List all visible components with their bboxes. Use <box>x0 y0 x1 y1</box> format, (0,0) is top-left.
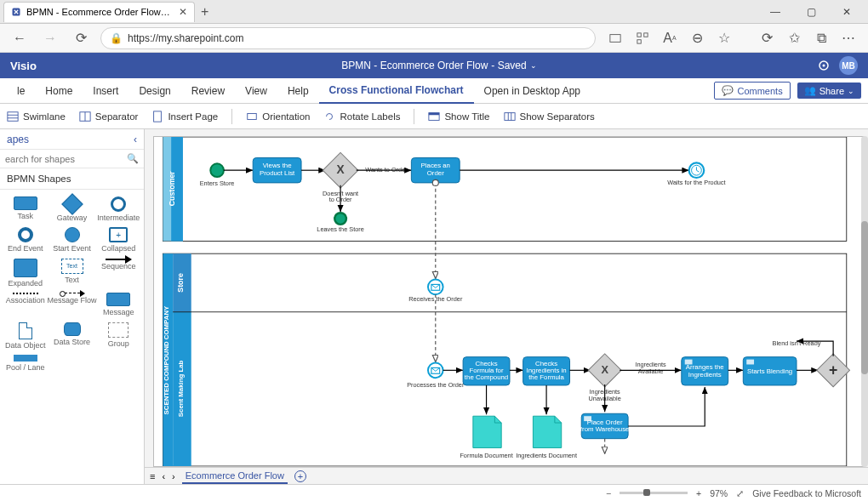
separators-icon <box>504 111 516 122</box>
svg-point-6 <box>823 65 825 67</box>
open-desktop-link[interactable]: Open in Desktop App <box>474 78 591 104</box>
gateway-ingredients[interactable]: X <box>588 354 621 387</box>
add-page-icon[interactable]: + <box>294 470 306 482</box>
list-icon[interactable]: ≡ <box>150 471 155 481</box>
svg-text:Scent Making Lab: Scent Making Lab <box>177 360 185 417</box>
window-close[interactable]: ✕ <box>829 0 865 24</box>
svg-rect-69 <box>746 360 754 365</box>
tab-help[interactable]: Help <box>277 78 319 104</box>
tab-title: BPMN - Ecommerce Order Flow… <box>26 7 170 17</box>
swimlane-button[interactable]: Swimlane <box>7 111 66 122</box>
shape-gateway[interactable]: Gateway <box>47 195 96 224</box>
collapse-icon[interactable]: ‹ <box>134 134 137 145</box>
shape-expanded[interactable]: Expanded <box>3 257 47 289</box>
show-separators-button[interactable]: Show Separators <box>504 111 595 122</box>
gear-icon[interactable] <box>817 59 831 72</box>
shape-start-event[interactable]: Start Event <box>47 225 96 254</box>
browser-tab[interactable]: BPMN - Ecommerce Order Flow… ✕ <box>3 2 195 22</box>
svg-rect-4 <box>637 39 641 43</box>
rotate-labels-button[interactable]: Rotate Labels <box>323 111 400 122</box>
gateway-parallel[interactable]: + <box>817 354 850 387</box>
svg-text:IngredientsAvailable: IngredientsAvailable <box>635 361 666 375</box>
nav-back-icon[interactable]: ← <box>9 27 31 49</box>
feedback-link[interactable]: Give Feedback to Microsoft <box>752 488 861 498</box>
fit-icon[interactable]: ⤢ <box>736 488 744 498</box>
chevron-down-icon[interactable]: ⌄ <box>530 61 537 70</box>
tab-cross-functional[interactable]: Cross Functional Flowchart <box>319 78 474 104</box>
tab-view[interactable]: View <box>235 78 277 104</box>
text-size-icon[interactable]: AA <box>659 27 681 49</box>
data-ingredients-doc[interactable] <box>533 416 561 447</box>
avatar[interactable]: MB <box>839 56 858 75</box>
insert-page-button[interactable]: Insert Page <box>151 111 218 122</box>
comments-button[interactable]: 💬 Comments <box>714 82 790 100</box>
diagram-canvas[interactable]: Customer SCENTED COMPOUND COMPANY Store … <box>153 136 865 467</box>
svg-rect-16 <box>504 112 514 120</box>
rotate-icon <box>323 111 335 122</box>
tab-file[interactable]: le <box>7 78 35 104</box>
nav-forward-icon[interactable]: → <box>39 27 61 49</box>
shape-sequence[interactable]: Sequence <box>97 257 140 289</box>
event-receives-order[interactable] <box>428 280 443 295</box>
tab-review[interactable]: Review <box>181 78 235 104</box>
shape-message[interactable]: Message <box>97 291 140 318</box>
tab-home[interactable]: Home <box>35 78 83 104</box>
search-icon[interactable]: 🔍 <box>127 153 139 164</box>
shape-pool-lane[interactable]: Pool / Lane <box>3 353 47 373</box>
shape-data-store[interactable]: Data Store <box>47 321 96 351</box>
zoom-slider[interactable] <box>620 492 688 494</box>
scrollbar-vertical[interactable] <box>861 136 868 467</box>
start-event[interactable] <box>210 163 224 177</box>
svg-text:+: + <box>829 362 837 379</box>
new-tab-button[interactable]: + <box>195 4 215 20</box>
shape-group[interactable]: Group <box>97 321 140 351</box>
shapes-category[interactable]: BPMN Shapes <box>0 168 144 190</box>
svg-rect-1 <box>610 34 620 42</box>
more-icon[interactable]: ⋯ <box>837 27 859 49</box>
svg-rect-12 <box>154 111 162 121</box>
favorites-icon[interactable]: ☆ <box>713 27 735 49</box>
data-formula-doc[interactable] <box>473 416 501 447</box>
shape-end-event[interactable]: End Event <box>3 225 47 254</box>
svg-rect-3 <box>644 32 648 36</box>
share-button[interactable]: 👥 Share ⌄ <box>797 83 861 99</box>
zoom-in-icon[interactable]: + <box>696 488 701 498</box>
shape-task[interactable]: Task <box>3 195 47 224</box>
search-icon[interactable]: ⊖ <box>686 27 708 49</box>
page-tab-active[interactable]: Ecommerce Order Flow <box>182 469 288 484</box>
prev-page-icon[interactable]: ‹ <box>162 471 165 481</box>
gateway-order-decision[interactable]: X <box>323 152 358 188</box>
orientation-button[interactable]: Orientation <box>246 111 310 122</box>
lock-icon: 🔒 <box>110 32 123 44</box>
shape-message-flow[interactable]: Message Flow <box>47 291 96 318</box>
shape-collapsed[interactable]: Collapsed <box>97 225 140 254</box>
zoom-out-icon[interactable]: − <box>606 488 611 498</box>
refresh-icon[interactable]: ⟳ <box>70 27 92 49</box>
svg-rect-7 <box>8 111 18 121</box>
extension-icon[interactable]: ⟳ <box>756 27 778 49</box>
separator-button[interactable]: Separator <box>79 111 139 122</box>
event-processes-order[interactable] <box>428 363 443 379</box>
window-minimize[interactable]: — <box>757 0 793 24</box>
qr-icon[interactable] <box>631 27 654 49</box>
shape-association[interactable]: Association <box>3 291 47 318</box>
shapes-search-input[interactable] <box>5 154 127 164</box>
svg-text:Views theProduct List: Views theProduct List <box>260 162 295 177</box>
collections-icon[interactable]: ⧉ <box>810 27 832 49</box>
comment-icon: 💬 <box>722 85 734 96</box>
event-wait[interactable] <box>689 162 705 178</box>
shapes-panel: apes ‹ 🔍 BPMN Shapes Task Gateway Interm… <box>0 129 145 484</box>
close-tab-icon[interactable]: ✕ <box>179 6 187 18</box>
add-favorite-icon[interactable]: ✩ <box>783 27 805 49</box>
shape-intermediate[interactable]: Intermediate <box>97 195 140 224</box>
shape-data-object[interactable]: Data Object <box>3 321 47 351</box>
window-maximize[interactable]: ▢ <box>793 0 829 24</box>
tab-insert[interactable]: Insert <box>83 78 128 104</box>
address-bar[interactable]: 🔒 https://my.sharepoint.com <box>100 27 596 49</box>
show-title-button[interactable]: Show Title <box>428 111 489 122</box>
shape-text[interactable]: TextText <box>47 257 96 289</box>
tab-design[interactable]: Design <box>128 78 180 104</box>
next-page-icon[interactable]: › <box>172 471 175 481</box>
save-state: - Saved <box>491 60 526 71</box>
reading-view-icon[interactable] <box>604 27 626 49</box>
